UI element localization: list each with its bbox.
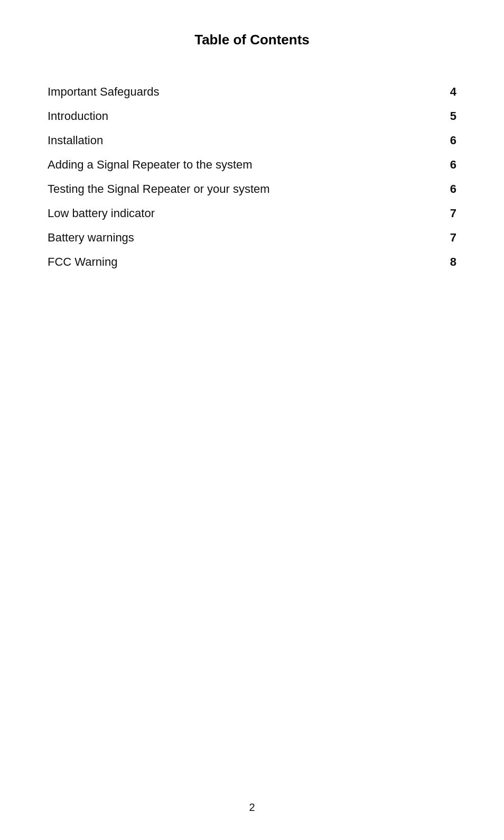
toc-item: Important Safeguards4 bbox=[48, 80, 456, 104]
toc-item: Low battery indicator7 bbox=[48, 201, 456, 226]
toc-item-label: Important Safeguards bbox=[48, 85, 160, 99]
page-container: Table of Contents Important Safeguards4I… bbox=[0, 0, 504, 840]
toc-item-label: Battery warnings bbox=[48, 231, 134, 245]
page-number: 2 bbox=[249, 801, 255, 814]
toc-item: Testing the Signal Repeater or your syst… bbox=[48, 177, 456, 201]
toc-item-page: 6 bbox=[441, 134, 456, 147]
toc-item-page: 4 bbox=[441, 85, 456, 99]
toc-item-label: FCC Warning bbox=[48, 255, 117, 269]
toc-item: Introduction5 bbox=[48, 104, 456, 128]
toc-item-label: Introduction bbox=[48, 109, 108, 123]
toc-item-label: Testing the Signal Repeater or your syst… bbox=[48, 182, 270, 196]
toc-item-label: Low battery indicator bbox=[48, 207, 155, 220]
page-title: Table of Contents bbox=[194, 32, 310, 48]
toc-item-page: 6 bbox=[441, 158, 456, 172]
toc-item-page: 5 bbox=[441, 109, 456, 123]
toc-item-page: 7 bbox=[441, 231, 456, 245]
toc-item: Adding a Signal Repeater to the system6 bbox=[48, 153, 456, 177]
toc-item-label: Adding a Signal Repeater to the system bbox=[48, 158, 253, 172]
toc-list: Important Safeguards4Introduction5Instal… bbox=[48, 80, 456, 274]
toc-item-page: 6 bbox=[441, 182, 456, 196]
toc-item-label: Installation bbox=[48, 134, 103, 147]
toc-item: FCC Warning8 bbox=[48, 250, 456, 274]
toc-item-page: 8 bbox=[441, 255, 456, 269]
toc-item: Installation6 bbox=[48, 128, 456, 153]
toc-item-page: 7 bbox=[441, 207, 456, 220]
toc-item: Battery warnings7 bbox=[48, 226, 456, 250]
